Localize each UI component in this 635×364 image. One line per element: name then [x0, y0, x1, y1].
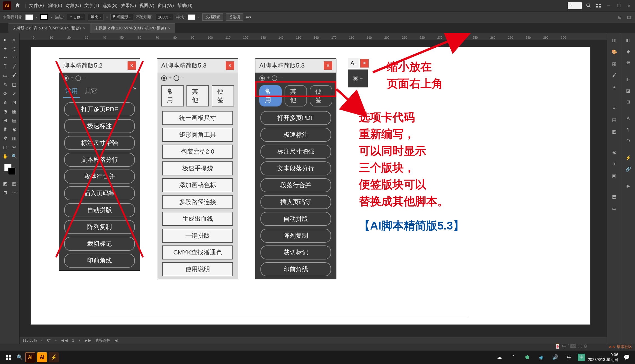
- navigator-icon[interactable]: ▶: [624, 182, 632, 190]
- script-button[interactable]: 包装盒型2.0: [162, 145, 233, 159]
- style-swatch[interactable]: [188, 14, 195, 20]
- radio-unselected[interactable]: [75, 75, 81, 81]
- properties-icon[interactable]: ▥: [610, 36, 618, 44]
- script-button[interactable]: 打开多页PDF: [260, 111, 331, 125]
- script-button[interactable]: 极速标注: [260, 128, 331, 142]
- script-button[interactable]: 添加画稿色标: [162, 178, 233, 192]
- transform-icon[interactable]: ⊞: [624, 98, 632, 106]
- brushes-icon[interactable]: 🖌: [610, 71, 618, 80]
- tab-common[interactable]: 常用: [63, 85, 80, 98]
- symbol-sprayer-tool[interactable]: ✲: [1, 134, 10, 142]
- close-window-icon[interactable]: ✕: [625, 2, 632, 9]
- panel-close-button[interactable]: ×: [324, 61, 332, 70]
- artboard-nav-next[interactable]: ▶ ▶: [85, 338, 91, 342]
- rectangle-tool[interactable]: ▭: [1, 71, 10, 80]
- script-button[interactable]: 文本段落分行: [260, 161, 331, 175]
- menu-window[interactable]: 窗口(W): [158, 3, 174, 9]
- magic-wand-tool[interactable]: ✦: [1, 44, 10, 53]
- tray-ime2-icon[interactable]: 中: [578, 354, 585, 361]
- links-icon[interactable]: 🔗: [624, 165, 632, 173]
- artboards-icon[interactable]: ▭: [610, 204, 618, 212]
- ime-lang[interactable]: 中 ’ ⌨ ⓘ ⚙: [562, 344, 587, 349]
- menu-effect[interactable]: 效果(C): [121, 3, 136, 9]
- script-button[interactable]: 阵列复制: [64, 220, 135, 234]
- scroll-left-icon[interactable]: ◀: [115, 338, 117, 342]
- tray-ime1-icon[interactable]: 中: [564, 352, 575, 363]
- artboard-tool[interactable]: ▢: [1, 143, 10, 151]
- graphic-styles-icon[interactable]: fx: [610, 160, 618, 168]
- script-button[interactable]: 裁切标记: [260, 245, 331, 259]
- free-transform-tool[interactable]: ⊡: [10, 98, 19, 106]
- script-button[interactable]: 裁切标记: [64, 237, 135, 251]
- prefs-button[interactable]: 首选项: [226, 13, 243, 21]
- script-button[interactable]: 阵列复制: [260, 229, 331, 243]
- tab-other[interactable]: 其它: [83, 85, 100, 98]
- chevrons-icon[interactable]: »: [133, 85, 136, 98]
- radio-unselected[interactable]: [272, 75, 277, 81]
- transparency-icon[interactable]: ◩: [610, 127, 618, 136]
- notifications-icon[interactable]: 💬: [621, 352, 632, 363]
- gradient-icon[interactable]: ▤: [610, 115, 618, 124]
- align-icon[interactable]: ⊫: [624, 75, 632, 84]
- color-guide-icon[interactable]: ◆: [624, 47, 632, 55]
- edit-toolbar-icon[interactable]: ⋯: [10, 188, 19, 197]
- selection-tool[interactable]: ▸: [1, 35, 10, 44]
- width-tool[interactable]: ⋔: [1, 98, 10, 106]
- script-button[interactable]: 印前角线: [64, 254, 135, 268]
- menu-help[interactable]: 帮助(H): [177, 3, 192, 9]
- document-tab-1[interactable]: 未标题-2.ai @ 50 % (CMYK/CPU 预览) ×: [8, 23, 90, 33]
- panel-close-button[interactable]: ×: [128, 61, 136, 70]
- rotate-tool[interactable]: ⟳: [1, 89, 10, 98]
- menu-text[interactable]: 文字(T): [84, 3, 99, 9]
- taskbar-ai-1[interactable]: Ai: [25, 352, 35, 362]
- maximize-icon[interactable]: ☐: [615, 2, 622, 9]
- graph-tool[interactable]: ▥: [10, 134, 19, 142]
- color-icon[interactable]: 🎨: [610, 48, 618, 56]
- panel-collapse-icon[interactable]: ▤: [625, 14, 632, 20]
- pathfinder-icon[interactable]: ◪: [624, 86, 632, 95]
- color-mode-icon[interactable]: ◩: [1, 179, 10, 188]
- screen-mode-icon[interactable]: ⊡: [1, 188, 10, 197]
- ime-icon[interactable]: 🀄: [555, 344, 560, 349]
- mini-panel-body[interactable]: +: [348, 69, 368, 87]
- swatches-icon[interactable]: ▦: [610, 59, 618, 68]
- menu-file[interactable]: 文件(F): [29, 3, 44, 9]
- slice-tool[interactable]: ✂: [10, 143, 19, 151]
- search-icon[interactable]: [585, 2, 592, 9]
- task-search-icon[interactable]: 🔍: [14, 352, 25, 363]
- appearance-icon[interactable]: ◉: [610, 148, 618, 156]
- radio-selected[interactable]: [259, 75, 265, 81]
- script-button[interactable]: 印前角线: [260, 262, 331, 276]
- script-button[interactable]: 插入页码等: [64, 186, 135, 200]
- opacity-dropdown[interactable]: 100%▾: [156, 14, 173, 20]
- script-button[interactable]: 矩形圆角工具: [162, 128, 233, 142]
- taskbar-app-icon[interactable]: ⚡: [49, 352, 59, 362]
- radio-selected[interactable]: [353, 76, 358, 81]
- script-button[interactable]: 生成出血线: [162, 212, 233, 226]
- canvas-area[interactable]: 0102030405060708090100110120130140150160…: [20, 33, 607, 344]
- script-button[interactable]: 极速手提袋: [162, 161, 233, 175]
- document-tab-2[interactable]: 未标题-2 @ 110.65 % (CMYK/CPU 预览) ×: [90, 23, 175, 33]
- shaper-tool[interactable]: ✎: [1, 80, 10, 89]
- opentype-icon[interactable]: O: [624, 137, 632, 145]
- stroke-swatch[interactable]: [40, 14, 48, 20]
- shape-builder-tool[interactable]: ◔: [1, 107, 10, 115]
- panel-toggle-icon[interactable]: ⊞: [616, 14, 623, 20]
- eyedropper-tool[interactable]: ⁋: [1, 125, 10, 133]
- uniform-dropdown[interactable]: 等比▾: [88, 14, 103, 20]
- script-button[interactable]: 统一画板尺寸: [162, 111, 233, 125]
- tray-shield-icon[interactable]: ⬟: [522, 352, 533, 363]
- stroke-color-swatch[interactable]: [8, 168, 15, 175]
- script-button[interactable]: CMYK查找潘通色: [162, 245, 233, 259]
- script-button[interactable]: 一键拼版: [162, 229, 233, 243]
- zoom-tool[interactable]: 🔍: [10, 152, 19, 160]
- tab-notes[interactable]: 便签: [212, 85, 234, 106]
- tray-up-icon[interactable]: ˄: [508, 352, 519, 363]
- script-button[interactable]: 使用说明: [162, 262, 233, 276]
- pen-tool[interactable]: ✒: [1, 53, 10, 62]
- radio-selected[interactable]: [161, 75, 167, 81]
- script-button[interactable]: 标注尺寸增强: [64, 136, 135, 150]
- paragraph-icon[interactable]: ¶: [624, 126, 632, 134]
- script-button[interactable]: 段落行合并: [260, 178, 331, 192]
- type-tool[interactable]: T: [1, 62, 10, 71]
